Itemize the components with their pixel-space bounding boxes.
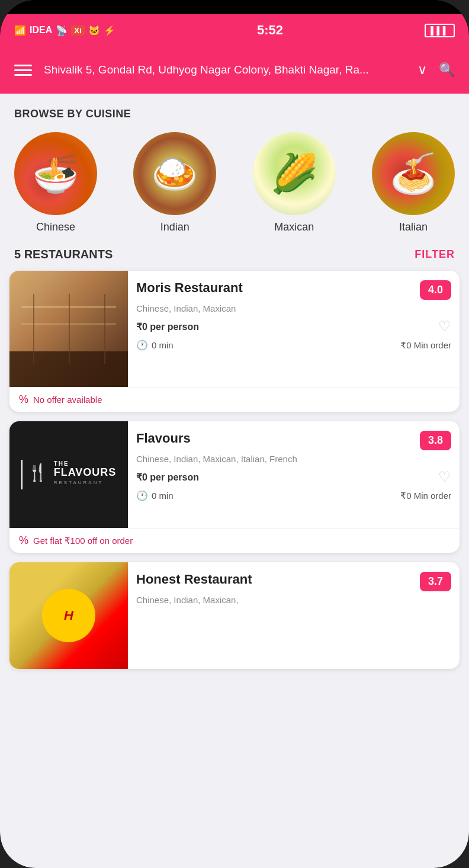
usb-icon: ⚡ (104, 25, 115, 36)
honest-name: Honest Restaurant (136, 572, 252, 587)
browse-title: BROWSE BY CUISINE (14, 108, 455, 120)
flavours-cuisine: Chinese, Indian, Maxican, Italian, Frenc… (136, 454, 451, 464)
status-left: 📶 IDEA 📡 Xi 🐱 ⚡ (14, 25, 115, 36)
moris-delivery-row: 🕐 0 min ₹0 Min order (136, 339, 451, 351)
flavours-price: ₹0 per person (136, 472, 199, 483)
moris-rating: 4.0 (420, 280, 451, 300)
notch-area (0, 0, 469, 14)
main-content: BROWSE BY CUISINE 🍜 Chinese 🍛 Indian (0, 94, 469, 868)
flavours-delivery-time: 🕐 0 min (136, 490, 174, 501)
browse-section: BROWSE BY CUISINE 🍜 Chinese 🍛 Indian (0, 94, 469, 243)
flavours-favorite[interactable]: ♡ (438, 469, 451, 485)
flavours-image: 🍴 THE FLAVOURS RESTAURANT (9, 421, 128, 528)
flavours-offer-text: Get flat ₹100 off on order (33, 536, 133, 546)
honest-image: H (9, 562, 128, 669)
clock: 5:52 (257, 23, 283, 38)
notch (187, 2, 282, 12)
moris-favorite[interactable]: ♡ (438, 318, 451, 335)
honest-info: Honest Restaurant 3.7 Chinese, Indian, M… (128, 562, 460, 669)
dropdown-icon[interactable]: ∨ (417, 62, 427, 78)
restaurant-card-moris[interactable]: Moris Restaurant 4.0 Chinese, Indian, Ma… (9, 271, 460, 412)
honest-rating: 3.7 (420, 572, 451, 591)
moris-info: Moris Restaurant 4.0 Chinese, Indian, Ma… (128, 271, 460, 387)
moris-offer-text: No offer available (33, 395, 102, 405)
carrier-label: IDEA (30, 25, 52, 36)
flavours-info: Flavours 3.8 Chinese, Indian, Maxican, I… (128, 421, 460, 528)
cat-icon: 🐱 (88, 25, 100, 36)
phone-frame: 📶 IDEA 📡 Xi 🐱 ⚡ 5:52 ▌▌▌ Shivalik 5, Gon… (0, 0, 469, 868)
cuisine-row: 🍜 Chinese 🍛 Indian 🌽 M (14, 132, 455, 233)
signal-icon: 📶 (14, 25, 26, 36)
flavours-logo-row: 🍴 THE FLAVOURS RESTAURANT (21, 460, 117, 489)
flavours-top-row: Flavours 3.8 (136, 431, 451, 450)
flavours-name: Flavours (136, 431, 191, 446)
moris-price: ₹0 per person (136, 321, 199, 332)
clock-icon-2: 🕐 (136, 490, 148, 501)
moris-price-row: ₹0 per person ♡ (136, 318, 451, 335)
cuisine-chinese-image: 🍜 (14, 132, 97, 215)
flavours-time-label: 0 min (152, 491, 174, 501)
flavours-line (21, 460, 23, 489)
cuisine-indian-label: Indian (160, 221, 189, 233)
top-nav: Shivalik 5, Gondal Rd, Udhyog Nagar Colo… (0, 46, 469, 94)
flavours-delivery-row: 🕐 0 min ₹0 Min order (136, 490, 451, 501)
address-label[interactable]: Shivalik 5, Gondal Rd, Udhyog Nagar Colo… (44, 62, 406, 78)
cuisine-chinese-label: Chinese (36, 221, 75, 233)
search-icon[interactable]: 🔍 (439, 62, 455, 78)
flavours-rating: 3.8 (420, 431, 451, 450)
flavours-logo: 🍴 THE FLAVOURS RESTAURANT (21, 460, 117, 489)
menu-button[interactable] (14, 65, 32, 76)
cuisine-indian-image: 🍛 (133, 132, 216, 215)
nav-icons: ∨ 🔍 (417, 62, 455, 78)
card-main-flavours: 🍴 THE FLAVOURS RESTAURANT (9, 421, 460, 528)
moris-delivery-time: 🕐 0 min (136, 339, 174, 351)
restaurants-header: 5 RESTAURANTS FILTER (0, 243, 469, 271)
xi-badge: Xi (71, 25, 84, 36)
cuisine-chinese[interactable]: 🍜 Chinese (14, 132, 97, 233)
offer-icon: % (19, 393, 28, 406)
cuisine-maxican-label: Maxican (274, 221, 314, 233)
card-main-honest: H Honest Restaurant 3.7 Chinese, Indian,… (9, 562, 460, 669)
card-main-moris: Moris Restaurant 4.0 Chinese, Indian, Ma… (9, 271, 460, 387)
restaurant-card-flavours[interactable]: 🍴 THE FLAVOURS RESTAURANT (9, 421, 460, 553)
honest-top-row: Honest Restaurant 3.7 (136, 572, 451, 591)
cuisine-italian[interactable]: 🍝 Italian (372, 132, 455, 233)
cuisine-maxican-image: 🌽 (253, 132, 336, 215)
moris-top-row: Moris Restaurant 4.0 (136, 280, 451, 300)
status-bar: 📶 IDEA 📡 Xi 🐱 ⚡ 5:52 ▌▌▌ (0, 14, 469, 46)
moris-time-label: 0 min (152, 340, 174, 350)
moris-cuisine: Chinese, Indian, Maxican (136, 303, 451, 313)
moris-image (9, 271, 128, 387)
wifi-icon: 📡 (56, 25, 68, 36)
moris-offer: % No offer available (9, 387, 460, 412)
restaurant-card-honest[interactable]: H Honest Restaurant 3.7 Chinese, Indian,… (9, 562, 460, 669)
flavours-price-row: ₹0 per person ♡ (136, 469, 451, 485)
battery-icon: ▌▌▌ (425, 24, 455, 37)
cuisine-italian-image: 🍝 (372, 132, 455, 215)
flavours-offer: % Get flat ₹100 off on order (9, 528, 460, 553)
restaurants-count: 5 RESTAURANTS (14, 248, 113, 261)
cuisine-italian-label: Italian (399, 221, 428, 233)
clock-icon: 🕐 (136, 339, 148, 351)
flavours-text-block: 🍴 THE FLAVOURS RESTAURANT (27, 460, 117, 489)
cuisine-maxican[interactable]: 🌽 Maxican (253, 132, 336, 233)
moris-name: Moris Restaurant (136, 280, 243, 296)
filter-button[interactable]: FILTER (415, 248, 455, 261)
flavours-min-order: ₹0 Min order (400, 491, 451, 501)
offer-icon-2: % (19, 534, 28, 547)
cuisine-indian[interactable]: 🍛 Indian (133, 132, 216, 233)
moris-min-order: ₹0 Min order (400, 340, 451, 351)
honest-cuisine: Chinese, Indian, Maxican, (136, 595, 451, 605)
